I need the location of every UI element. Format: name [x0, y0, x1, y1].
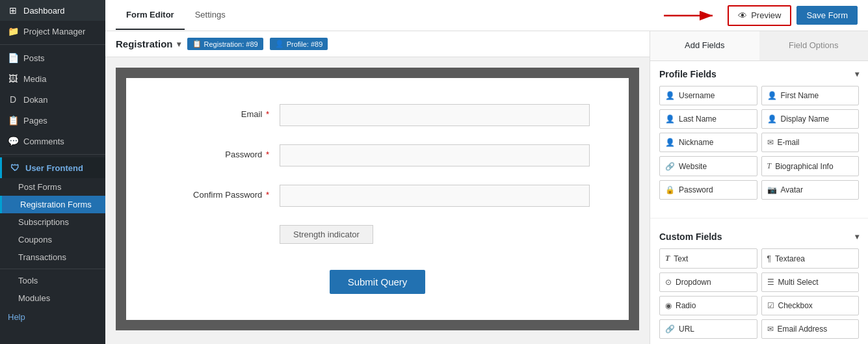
field-btn-first-name[interactable]: 👤 First Name — [761, 86, 860, 105]
form-title-dropdown[interactable]: ▾ — [177, 40, 181, 49]
tools-label: Tools — [18, 276, 38, 285]
post-forms-label: Post Forms — [18, 182, 61, 192]
field-btn-url[interactable]: 🔗 URL — [659, 319, 757, 339]
tab-form-editor[interactable]: Form Editor — [116, 1, 185, 30]
password-input[interactable] — [280, 144, 590, 166]
strength-indicator-wrapper: Strength indicator — [165, 225, 590, 257]
strength-indicator-button[interactable]: Strength indicator — [280, 225, 373, 244]
sidebar-item-comments[interactable]: 💬 Comments — [0, 131, 105, 152]
confirm-password-label: Confirm Password * — [165, 185, 269, 200]
sidebar-item-label: Media — [23, 74, 46, 84]
user-frontend-icon: 🛡 — [10, 163, 20, 173]
sidebar-item-label: Pages — [23, 116, 47, 126]
sidebar-item-modules[interactable]: Modules — [0, 289, 105, 307]
profile-badge[interactable]: 👤 Profile: #89 — [270, 38, 328, 50]
field-btn-username[interactable]: 👤 Username — [659, 86, 757, 105]
field-btn-email-address[interactable]: ✉ Email Address — [761, 319, 860, 339]
sidebar-item-subscriptions[interactable]: Subscriptions — [0, 213, 105, 231]
email-input[interactable] — [280, 104, 590, 126]
submit-button[interactable]: Submit Query — [330, 270, 426, 294]
sidebar-item-dashboard[interactable]: ⊞ Dashboard — [0, 0, 105, 21]
username-icon: 👤 — [665, 91, 675, 100]
profile-fields-collapse-icon[interactable]: ▾ — [855, 70, 859, 79]
field-btn-avatar[interactable]: 📷 Avatar — [761, 180, 860, 200]
profile-badge-icon: 👤 — [275, 40, 284, 48]
topbar-actions: 👁 Preview Save Form — [664, 5, 858, 26]
field-btn-last-name[interactable]: 👤 Last Name — [659, 109, 757, 129]
tab-settings[interactable]: Settings — [185, 1, 236, 30]
main-content: Form Editor Settings 👁 Preview S — [105, 0, 868, 344]
form-title-group: Registration ▾ — [116, 38, 181, 49]
email-address-icon: ✉ — [767, 324, 774, 334]
field-btn-checkbox[interactable]: ☑ Checkbox — [761, 296, 860, 315]
field-btn-website[interactable]: 🔗 Website — [659, 156, 757, 176]
sidebar-item-tools[interactable]: Tools — [0, 272, 105, 289]
form-inner: Email * Password * — [126, 78, 629, 320]
required-star: * — [266, 190, 269, 200]
field-btn-radio[interactable]: ◉ Radio — [659, 296, 757, 315]
field-btn-display-name[interactable]: 👤 Display Name — [761, 109, 860, 129]
confirm-password-field-row: Confirm Password * — [165, 185, 590, 207]
preview-button[interactable]: 👁 Preview — [728, 5, 791, 26]
sidebar-item-label: Dashboard — [23, 6, 65, 16]
sidebar-item-pages[interactable]: 📋 Pages — [0, 110, 105, 131]
sidebar-item-help[interactable]: Help — [0, 307, 105, 327]
tab-field-options[interactable]: Field Options — [759, 31, 869, 60]
right-panel: Add Fields Field Options Profile Fields … — [650, 31, 868, 344]
media-icon: 🖼 — [8, 73, 18, 84]
registration-forms-label: Registration Forms — [20, 200, 92, 209]
sidebar-item-label: Project Manager — [23, 27, 85, 36]
sidebar-item-label: User Frontend — [25, 163, 83, 173]
custom-fields-collapse-icon[interactable]: ▾ — [855, 232, 859, 241]
email-icon: ✉ — [767, 138, 774, 147]
first-name-icon: 👤 — [767, 91, 777, 100]
pages-icon: 📋 — [8, 115, 18, 126]
right-panel-tabs: Add Fields Field Options — [650, 31, 868, 61]
sidebar-item-label: Dokan — [23, 95, 48, 105]
save-form-button[interactable]: Save Form — [796, 6, 858, 25]
sidebar-item-project-manager[interactable]: 📁 Project Manager — [0, 21, 105, 42]
dashboard-icon: ⊞ — [8, 5, 18, 16]
sidebar: ⊞ Dashboard 📁 Project Manager 📄 Posts 🖼 … — [0, 0, 105, 344]
password-field-row: Password * — [165, 144, 590, 166]
sidebar-item-registration-forms[interactable]: Registration Forms — [0, 196, 105, 213]
textarea-icon: ¶ — [767, 254, 771, 263]
sidebar-item-posts[interactable]: 📄 Posts — [0, 47, 105, 68]
red-arrow-annotation — [664, 7, 722, 25]
sidebar-item-media[interactable]: 🖼 Media — [0, 68, 105, 89]
profile-fields-title: Profile Fields ▾ — [659, 69, 859, 79]
field-btn-text[interactable]: T Text — [659, 248, 757, 269]
website-icon: 🔗 — [665, 162, 675, 171]
field-btn-textarea[interactable]: ¶ Textarea — [761, 248, 860, 269]
posts-icon: 📄 — [8, 53, 18, 63]
sidebar-item-transactions[interactable]: Transactions — [0, 248, 105, 266]
tab-add-fields[interactable]: Add Fields — [650, 31, 759, 60]
last-name-icon: 👤 — [665, 114, 675, 124]
field-btn-dropdown[interactable]: ⊙ Dropdown — [659, 272, 757, 292]
sidebar-item-label: Comments — [23, 137, 64, 146]
sidebar-item-dokan[interactable]: D Dokan — [0, 89, 105, 110]
custom-fields-grid: T Text ¶ Textarea ⊙ Dropdown ☰ Multi Sel… — [659, 248, 859, 339]
field-btn-password[interactable]: 🔒 Password — [659, 180, 757, 200]
display-name-icon: 👤 — [767, 114, 777, 124]
sidebar-item-user-frontend[interactable]: 🛡 User Frontend — [0, 157, 105, 178]
field-btn-email[interactable]: ✉ E-mail — [761, 133, 860, 152]
biographical-info-icon: T — [767, 161, 772, 171]
form-canvas: Email * Password * — [116, 68, 639, 330]
divider — [0, 269, 105, 269]
nickname-icon: 👤 — [665, 138, 675, 147]
field-btn-nickname[interactable]: 👤 Nickname — [659, 133, 757, 152]
help-label: Help — [8, 312, 25, 322]
modules-label: Modules — [18, 293, 50, 303]
sidebar-item-coupons[interactable]: Coupons — [0, 231, 105, 248]
field-btn-biographical-info[interactable]: T Biographical Info — [761, 156, 860, 176]
radio-icon: ◉ — [665, 301, 672, 310]
email-field-row: Email * — [165, 104, 590, 126]
comments-icon: 💬 — [8, 136, 18, 146]
divider — [0, 154, 105, 155]
dokan-icon: D — [8, 94, 18, 105]
confirm-password-input[interactable] — [280, 185, 590, 207]
registration-badge[interactable]: 📋 Registration: #89 — [187, 38, 263, 50]
sidebar-item-post-forms[interactable]: Post Forms — [0, 178, 105, 196]
field-btn-multi-select[interactable]: ☰ Multi Select — [761, 272, 860, 292]
